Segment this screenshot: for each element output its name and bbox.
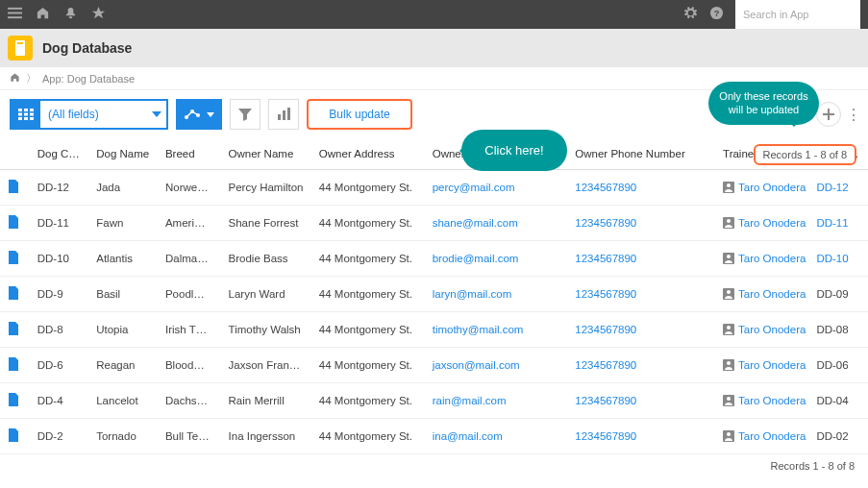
- breadcrumb-home-icon[interactable]: [10, 72, 20, 85]
- bulk-update-button[interactable]: Bulk update: [307, 99, 412, 130]
- add-record-button[interactable]: [816, 102, 841, 127]
- col-dog-name[interactable]: Dog Name: [88, 138, 158, 170]
- record-icon[interactable]: [0, 170, 30, 206]
- cell-dog-code: DD-11: [30, 206, 88, 241]
- menu-icon[interactable]: [8, 6, 22, 24]
- cell-owner-address: 44 Montgomery St.: [311, 312, 425, 348]
- col-owner-address[interactable]: Owner Address: [311, 138, 425, 170]
- cell-owner-email[interactable]: shane@mail.com: [425, 206, 568, 241]
- cell-owner-email[interactable]: ina@mail.com: [425, 419, 568, 454]
- table-row[interactable]: DD-11FawnAmeri…Shane Forrest44 Montgomer…: [0, 206, 868, 241]
- cell-dog-name: Reagan: [88, 348, 158, 383]
- cell-trainer[interactable]: Taro Onodera: [715, 206, 808, 241]
- cell-dog-code-2[interactable]: DD-10: [808, 241, 868, 277]
- app-header: Dog Database: [0, 29, 868, 67]
- help-icon[interactable]: ?: [709, 6, 724, 24]
- breadcrumb-separator: 〉: [26, 71, 37, 85]
- cell-dog-code-2[interactable]: DD-12: [808, 170, 868, 206]
- home-icon[interactable]: [36, 6, 50, 24]
- cell-owner-email[interactable]: laryn@mail.com: [425, 277, 568, 312]
- cell-breed: Dachs…: [158, 383, 221, 419]
- table-row[interactable]: DD-4LancelotDachs…Rain Merrill44 Montgom…: [0, 383, 868, 419]
- cell-dog-name: Tornado: [88, 419, 158, 454]
- table-row[interactable]: DD-10AtlantisDalma…Brodie Bass44 Montgom…: [0, 241, 868, 277]
- cell-owner-phone[interactable]: 1234567890: [567, 170, 715, 206]
- gear-icon[interactable]: [683, 6, 698, 24]
- cell-trainer[interactable]: Taro Onodera: [715, 241, 808, 277]
- svg-rect-21: [287, 108, 290, 120]
- svg-rect-8: [24, 109, 28, 111]
- record-icon[interactable]: [0, 383, 30, 419]
- cell-owner-phone[interactable]: 1234567890: [567, 241, 715, 277]
- table-row[interactable]: DD-9BasilPoodl…Laryn Ward44 Montgomery S…: [0, 277, 868, 312]
- cell-dog-name: Fawn: [88, 206, 158, 241]
- svg-rect-0: [8, 7, 22, 9]
- cell-owner-email[interactable]: brodie@mail.com: [425, 241, 568, 277]
- callout-click-here: Click here!: [461, 130, 567, 171]
- cell-breed: Poodl…: [158, 277, 221, 312]
- svg-point-39: [727, 432, 731, 436]
- cell-dog-code-2[interactable]: DD-11: [808, 206, 868, 241]
- table-row[interactable]: DD-2TornadoBull Te…Ina Ingersson44 Montg…: [0, 419, 868, 454]
- svg-rect-13: [18, 117, 22, 120]
- cell-owner-email[interactable]: timothy@mail.com: [425, 312, 568, 348]
- record-icon[interactable]: [0, 206, 30, 241]
- cell-trainer[interactable]: Taro Onodera: [715, 277, 808, 312]
- cell-owner-name: Jaxson Franklyn: [221, 348, 311, 383]
- breadcrumb-text[interactable]: App: Dog Database: [42, 73, 135, 85]
- bell-icon[interactable]: [63, 6, 78, 24]
- cell-owner-address: 44 Montgomery St.: [311, 277, 425, 312]
- cell-dog-name: Lancelot: [88, 383, 158, 419]
- cell-owner-phone[interactable]: 1234567890: [567, 277, 715, 312]
- svg-rect-23: [823, 113, 834, 115]
- record-icon[interactable]: [0, 241, 30, 277]
- cell-dog-code: DD-12: [30, 170, 88, 206]
- col-dog-code[interactable]: Dog Code: [30, 138, 88, 170]
- cell-dog-code: DD-8: [30, 312, 88, 348]
- cell-owner-phone[interactable]: 1234567890: [567, 419, 715, 454]
- record-icon[interactable]: [0, 419, 30, 454]
- view-selector[interactable]: (All fields): [10, 99, 168, 130]
- cell-owner-phone[interactable]: 1234567890: [567, 206, 715, 241]
- cell-trainer[interactable]: Taro Onodera: [715, 383, 808, 419]
- svg-rect-7: [18, 109, 22, 111]
- search-input[interactable]: [735, 0, 860, 29]
- cell-owner-email[interactable]: rain@mail.com: [425, 383, 568, 419]
- graph-button[interactable]: [268, 99, 299, 130]
- svg-point-29: [727, 255, 731, 258]
- svg-rect-1: [8, 12, 22, 13]
- chart-type-button[interactable]: [176, 99, 222, 130]
- table-row[interactable]: DD-12JadaNorwe…Percy Hamilton44 Montgome…: [0, 170, 868, 206]
- col-owner-phone[interactable]: Owner Phone Number: [567, 138, 715, 170]
- record-count-bottom: Records 1 - 8 of 8: [0, 454, 868, 477]
- cell-owner-phone[interactable]: 1234567890: [567, 312, 715, 348]
- svg-point-27: [727, 219, 731, 223]
- options-button[interactable]: ⋮: [849, 102, 858, 127]
- cell-dog-code-2: DD-09: [808, 277, 868, 312]
- cell-owner-email[interactable]: percy@mail.com: [425, 170, 568, 206]
- svg-rect-11: [24, 113, 28, 116]
- svg-rect-12: [30, 113, 34, 116]
- cell-trainer[interactable]: Taro Onodera: [715, 312, 808, 348]
- star-icon[interactable]: [91, 6, 106, 24]
- cell-owner-phone[interactable]: 1234567890: [567, 348, 715, 383]
- svg-rect-14: [24, 117, 28, 120]
- cell-owner-phone[interactable]: 1234567890: [567, 383, 715, 419]
- record-icon[interactable]: [0, 312, 30, 348]
- cell-owner-email[interactable]: jaxson@mail.com: [425, 348, 568, 383]
- col-owner-name[interactable]: Owner Name: [221, 138, 311, 170]
- cell-trainer[interactable]: Taro Onodera: [715, 170, 808, 206]
- cell-trainer[interactable]: Taro Onodera: [715, 419, 808, 454]
- svg-rect-20: [283, 110, 285, 120]
- filter-button[interactable]: [230, 99, 260, 130]
- cell-owner-address: 44 Montgomery St.: [311, 348, 425, 383]
- record-icon[interactable]: [0, 348, 30, 383]
- record-icon[interactable]: [0, 277, 30, 312]
- table-row[interactable]: DD-6ReaganBlood…Jaxson Franklyn44 Montgo…: [0, 348, 868, 383]
- col-breed[interactable]: Breed: [158, 138, 221, 170]
- svg-point-35: [727, 361, 731, 365]
- records-table: Dog Code Dog Name Breed Owner Name Owner…: [0, 138, 868, 454]
- cell-breed: Blood…: [158, 348, 221, 383]
- cell-trainer[interactable]: Taro Onodera: [715, 348, 808, 383]
- table-row[interactable]: DD-8UtopiaIrish T…Timothy Walsh44 Montgo…: [0, 312, 868, 348]
